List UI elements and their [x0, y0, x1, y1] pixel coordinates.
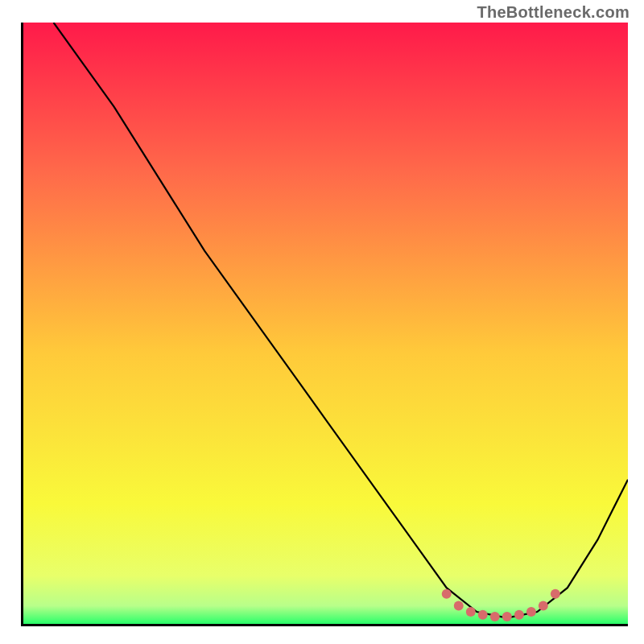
optimal-marker-dot: [539, 601, 548, 611]
optimal-marker-dot: [551, 589, 560, 599]
optimal-marker-dot: [442, 589, 452, 599]
optimal-marker-dot: [454, 601, 464, 611]
optimal-marker-dot: [490, 612, 500, 621]
curve-layer: [23, 23, 628, 624]
optimal-marker-dot: [502, 612, 512, 621]
bottleneck-curve-line: [54, 23, 628, 618]
optimal-marker-dot: [466, 607, 476, 617]
plot-area: [21, 23, 628, 626]
optimal-marker-dot: [526, 607, 536, 617]
optimal-marker-dot: [478, 610, 488, 620]
watermark-text: TheBottleneck.com: [477, 3, 630, 22]
optimal-marker-dot: [514, 610, 524, 620]
